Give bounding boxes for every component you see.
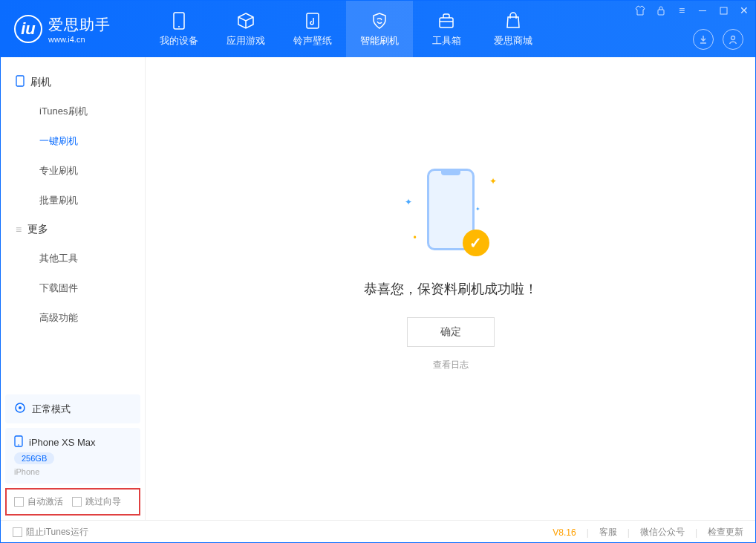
divider: |	[587, 527, 589, 538]
nav-tabs: 我的设备 应用游戏 铃声壁纸 智能刷机 工具箱 爱思商城	[146, 1, 547, 57]
footer-right: V8.16 | 客服 | 微信公众号 | 检查更新	[553, 526, 743, 539]
sidebar-section-more: ≡ 更多	[1, 215, 145, 244]
section-label: 更多	[27, 223, 48, 236]
app-logo-icon: iu	[14, 15, 42, 43]
phone-small-icon	[16, 75, 25, 89]
svg-point-7	[731, 36, 735, 40]
sidebar-item-advanced[interactable]: 高级功能	[1, 303, 145, 333]
svg-rect-3	[440, 18, 453, 27]
device-mode-label: 正常模式	[32, 403, 71, 416]
device-mode-box[interactable]: 正常模式	[5, 394, 140, 423]
sparkle-icon: ✦	[405, 197, 412, 207]
svg-rect-6	[720, 7, 727, 14]
tab-my-device[interactable]: 我的设备	[146, 1, 212, 57]
tab-label: 应用游戏	[227, 34, 265, 48]
menu-icon[interactable]: ≡	[675, 4, 688, 17]
version-label: V8.16	[553, 527, 576, 538]
sparkle-icon: ✦	[475, 206, 480, 212]
checkbox-label: 跳过向导	[85, 495, 121, 508]
sparkle-icon: •	[414, 233, 417, 243]
success-check-icon: ✓	[463, 230, 489, 256]
svg-rect-8	[16, 76, 24, 86]
divider: |	[695, 527, 697, 538]
app-subtitle: www.i4.cn	[48, 35, 111, 44]
sidebar-item-batch-flash[interactable]: 批量刷机	[1, 186, 145, 215]
checkbox-label: 阻止iTunes运行	[26, 526, 88, 539]
sidebar-item-download-firmware[interactable]: 下载固件	[1, 273, 145, 303]
tab-label: 铃声壁纸	[293, 34, 332, 48]
divider: |	[628, 527, 630, 538]
svg-point-1	[178, 26, 180, 27]
tab-label: 我的设备	[160, 34, 198, 48]
footer-left: 阻止iTunes运行	[13, 526, 88, 539]
download-icon[interactable]	[693, 29, 714, 50]
lock-icon[interactable]	[654, 4, 668, 17]
checkbox-label: 自动激活	[27, 495, 63, 508]
sidebar: 刷机 iTunes刷机 一键刷机 专业刷机 批量刷机 ≡ 更多 其他工具 下载固…	[1, 57, 146, 520]
device-phone-icon	[14, 435, 23, 449]
logo-text: 爱思助手 www.i4.cn	[48, 15, 111, 44]
svg-rect-2	[307, 13, 319, 28]
phone-icon	[169, 11, 189, 30]
checkbox-block-itunes[interactable]: 阻止iTunes运行	[13, 526, 88, 539]
view-log-link[interactable]: 查看日志	[433, 359, 469, 371]
app-title: 爱思助手	[48, 15, 111, 35]
tab-label: 工具箱	[432, 34, 461, 48]
sidebar-section-flash: 刷机	[1, 68, 145, 97]
minimize-button[interactable]: ─	[696, 4, 709, 17]
mode-icon	[14, 402, 26, 416]
tab-toolbox[interactable]: 工具箱	[413, 1, 480, 57]
bottom-options-highlighted: 自动激活 跳过向导	[5, 488, 140, 516]
svg-point-10	[19, 406, 22, 409]
device-type-label: iPhone	[14, 467, 131, 476]
checkbox-icon	[14, 497, 24, 507]
user-icon[interactable]	[723, 29, 743, 50]
sidebar-item-oneclick-flash[interactable]: 一键刷机	[1, 126, 145, 156]
sidebar-item-itunes-flash[interactable]: iTunes刷机	[1, 97, 145, 126]
header-bar: iu 爱思助手 www.i4.cn 我的设备 应用游戏 铃声壁纸 智能刷机 工具…	[1, 1, 755, 57]
footer-bar: 阻止iTunes运行 V8.16 | 客服 | 微信公众号 | 检查更新	[1, 520, 755, 543]
success-message: 恭喜您，保资料刷机成功啦！	[364, 280, 538, 298]
wechat-link[interactable]: 微信公众号	[640, 526, 685, 539]
device-panel: 正常模式 iPhone XS Max 256GB iPhone 自动激活 跳过向…	[1, 390, 145, 520]
sidebar-item-other-tools[interactable]: 其他工具	[1, 244, 145, 273]
checkbox-skip-wizard[interactable]: 跳过向导	[72, 495, 121, 508]
close-button[interactable]: ✕	[737, 4, 751, 17]
shirt-icon[interactable]	[633, 4, 647, 17]
bag-icon	[504, 11, 523, 30]
cube-icon	[236, 11, 255, 30]
sidebar-item-pro-flash[interactable]: 专业刷机	[1, 156, 145, 186]
body-area: 刷机 iTunes刷机 一键刷机 专业刷机 批量刷机 ≡ 更多 其他工具 下载固…	[1, 57, 755, 520]
support-link[interactable]: 客服	[599, 526, 617, 539]
checkbox-icon	[13, 527, 22, 537]
tab-label: 智能刷机	[360, 34, 399, 48]
sparkle-icon: ✦	[489, 176, 497, 186]
logo-area: iu 爱思助手 www.i4.cn	[1, 15, 146, 44]
maximize-button[interactable]	[717, 4, 730, 17]
check-update-link[interactable]: 检查更新	[708, 526, 743, 539]
main-content: ✦ ✦ • ✦ ✓ 恭喜您，保资料刷机成功啦！ 确定 查看日志	[146, 57, 755, 520]
shield-refresh-icon	[370, 11, 389, 30]
music-file-icon	[303, 11, 322, 30]
success-illustration: ✦ ✦ • ✦ ✓	[399, 161, 503, 265]
ok-button[interactable]: 确定	[407, 317, 495, 347]
tab-store[interactable]: 爱思商城	[480, 1, 547, 57]
header-action-icons	[693, 29, 743, 50]
device-info-box[interactable]: iPhone XS Max 256GB iPhone	[5, 428, 140, 484]
tab-apps[interactable]: 应用游戏	[212, 1, 279, 57]
device-name-label: iPhone XS Max	[29, 437, 96, 448]
tab-ringtone[interactable]: 铃声壁纸	[279, 1, 346, 57]
checkbox-icon	[72, 497, 82, 507]
section-label: 刷机	[30, 76, 51, 89]
tab-smart-flash[interactable]: 智能刷机	[346, 1, 413, 57]
list-icon: ≡	[16, 224, 22, 235]
window-controls: ≡ ─ ✕	[633, 4, 751, 17]
checkbox-auto-activate[interactable]: 自动激活	[14, 495, 63, 508]
svg-rect-5	[658, 10, 664, 15]
tab-label: 爱思商城	[494, 34, 532, 48]
svg-point-12	[18, 444, 19, 446]
capacity-badge: 256GB	[14, 452, 54, 464]
toolbox-icon	[437, 11, 456, 30]
